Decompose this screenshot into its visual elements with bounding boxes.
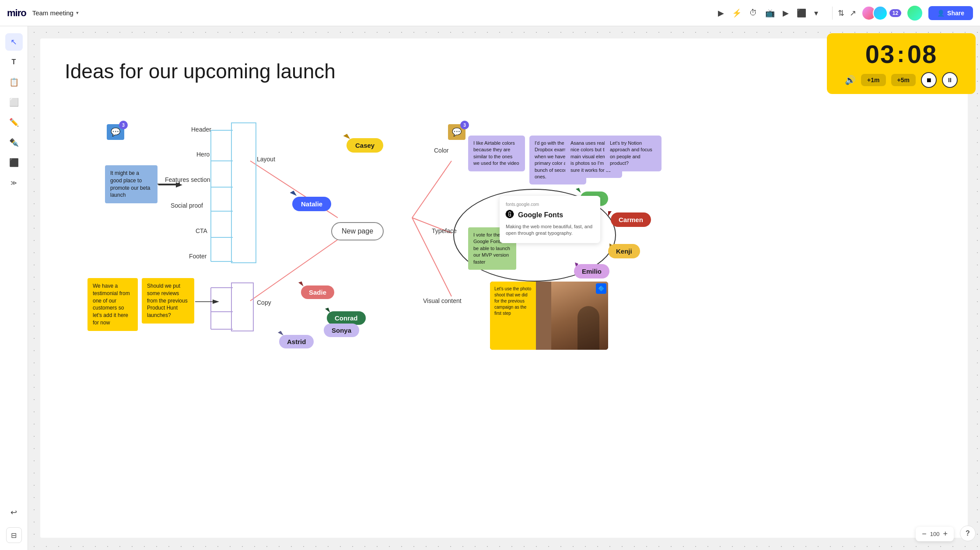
add-5m-button[interactable]: +5m — [891, 74, 916, 86]
purple-card-4: Let's try Notion approach and focus on p… — [605, 136, 662, 171]
zoom-controls: − 100 + — [916, 527, 954, 541]
sticky-beta: It might be a good place to promote our … — [105, 165, 158, 203]
timer-seconds: 08 — [907, 39, 938, 69]
add-1m-button[interactable]: +1m — [861, 74, 886, 86]
casey-badge: Casey — [346, 138, 383, 153]
draw-tool[interactable]: ✏️ — [5, 114, 23, 131]
avatar-self — [906, 5, 923, 21]
avatar-2 — [873, 6, 888, 21]
footer-label: Footer — [189, 253, 206, 260]
svg-line-8 — [412, 161, 452, 218]
cursor-icon[interactable]: ↗ — [850, 8, 856, 18]
conrad-badge: Conrad — [327, 311, 366, 325]
gfonts-description: Making the web more beautiful, fast, and… — [506, 223, 594, 237]
sticky-tool[interactable]: 📋 — [5, 73, 23, 91]
gfonts-url: fonts.google.com — [506, 202, 594, 207]
sticky-reviews: Should we put some reviews from the prev… — [142, 278, 194, 324]
select-tool[interactable]: ↖ — [5, 33, 23, 51]
timer-display: 03 : 08 — [865, 39, 937, 69]
timer-pause-button[interactable]: ⏸ — [942, 72, 958, 88]
typeface-label: Typeface — [432, 227, 457, 234]
zoom-out-button[interactable]: − — [922, 529, 927, 539]
forward-icon[interactable]: ▶ — [718, 8, 724, 18]
timer-widget: 03 : 08 🔊 +1m +5m ⏹ ⏸ — [827, 33, 976, 94]
present-icon[interactable]: ▶ — [783, 8, 789, 18]
chevron-down-icon[interactable]: ▾ — [76, 10, 79, 16]
natalie-badge: Natalie — [292, 197, 331, 211]
sound-icon[interactable]: 🔊 — [845, 75, 856, 85]
board-icon[interactable]: ⬛ — [797, 8, 806, 18]
copy-bracket — [231, 282, 254, 331]
board-name[interactable]: Team meeting — [32, 9, 74, 17]
kenji-badge: Kenji — [608, 244, 640, 258]
share-button[interactable]: 👤 Share — [928, 6, 973, 20]
avatar-count: 12 — [889, 9, 901, 17]
panel-toggle[interactable]: ⊟ — [6, 527, 22, 543]
undo-button[interactable]: ↩ — [5, 504, 23, 521]
carmen-badge: Carmen — [611, 212, 651, 227]
notification-icon-1: 💬 3 — [107, 124, 124, 140]
sticky-arrow — [158, 178, 185, 191]
copy-label: Copy — [257, 299, 271, 306]
more-tools[interactable]: ≫ — [5, 174, 23, 191]
miro-logo: miro — [7, 7, 26, 19]
layout-label: Layout — [257, 156, 275, 163]
text-tool[interactable]: T — [5, 53, 23, 71]
left-sidebar: ↖ T 📋 ⬜ ✏️ ✒️ ⬛ ≫ ↩ ⊟ — [0, 26, 28, 550]
timer-icon[interactable]: ⏱ — [749, 8, 757, 17]
sadie-cursor — [296, 282, 303, 288]
visual-content-label: Visual content — [423, 297, 462, 304]
zoom-in-button[interactable]: + — [943, 529, 948, 539]
zoom-level: 100 — [930, 531, 940, 537]
avatar-group: 12 — [861, 6, 901, 21]
center-node: New page — [331, 222, 384, 240]
frame-tool[interactable]: ⬛ — [5, 154, 23, 171]
timer-stop-button[interactable]: ⏹ — [921, 72, 937, 88]
timer-controls: 🔊 +1m +5m ⏹ ⏸ — [845, 72, 958, 88]
notification-icon-2: 💬 3 — [448, 124, 466, 140]
timer-colon: : — [897, 41, 905, 67]
photo-card: Let's use the photo shoot that we did fo… — [490, 282, 608, 350]
topbar-center-icons: ▶ ⚡ ⏱ 📺 ▶ ⬛ ▾ — [718, 8, 818, 18]
google-fonts-icon: 🅖 — [506, 210, 514, 220]
shape-tool[interactable]: ⬜ — [5, 94, 23, 111]
sonya-badge: Sonya — [324, 324, 359, 337]
gfonts-title: Google Fonts — [518, 211, 563, 219]
person-icon: 👤 — [937, 10, 945, 17]
canvas[interactable]: Ideas for our upcoming launch — [28, 26, 980, 550]
google-fonts-card[interactable]: fonts.google.com 🅖 Google Fonts Making t… — [500, 196, 600, 243]
astrid-badge: Astrid — [279, 335, 314, 348]
arrange-icon[interactable]: ⇅ — [838, 8, 844, 18]
purple-card-1: I like Airtable colors because they are … — [468, 136, 525, 171]
svg-marker-17 — [176, 182, 182, 188]
lightning-icon[interactable]: ⚡ — [732, 8, 742, 18]
sadie-badge: Sadie — [301, 285, 334, 299]
color-label: Color — [434, 147, 448, 154]
help-button[interactable]: ? — [960, 526, 976, 541]
pen-tool[interactable]: ✒️ — [5, 134, 23, 151]
natalie-cursor — [287, 192, 296, 198]
topbar-right: ⇅ ↗ 12 👤 Share — [838, 5, 973, 21]
svg-marker-19 — [213, 299, 219, 304]
social-proof-label: Social proof — [171, 202, 203, 209]
more-icon[interactable]: ▾ — [814, 8, 818, 18]
emilio-badge: Emilio — [574, 264, 609, 278]
hero-label: Hero — [196, 151, 210, 158]
igor-cursor — [573, 189, 580, 194]
layout-bracket — [231, 122, 256, 263]
header-label: Header — [191, 126, 211, 133]
screen-share-icon[interactable]: 📺 — [765, 8, 775, 18]
sticky-testimonial: We have a testimonial from one of our cu… — [88, 278, 138, 331]
dropbox-badge: 🔷 — [596, 283, 606, 294]
voice-arrow — [195, 297, 221, 306]
page-title: Ideas for our upcoming launch — [65, 59, 336, 83]
board-frame: Ideas for our upcoming launch — [40, 38, 968, 538]
cta-label: CTA — [196, 227, 207, 234]
timer-minutes: 03 — [865, 39, 896, 69]
topbar: miro Team meeting ▾ ▶ ⚡ ⏱ 📺 ▶ ⬛ ▾ ⇅ ↗ 12… — [0, 0, 980, 26]
photo-text: Let's use the photo shoot that we did fo… — [490, 282, 536, 350]
